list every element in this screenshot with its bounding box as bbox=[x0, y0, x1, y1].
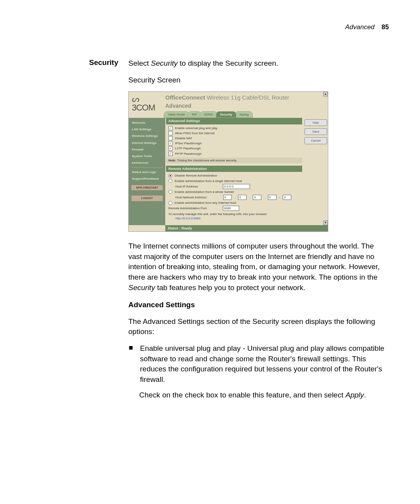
tab-row: Static Route RIP DDNS Security Syslog bbox=[164, 111, 328, 118]
followup-end: . bbox=[364, 391, 366, 399]
advanced-settings-subheading: Advanced Settings bbox=[128, 300, 389, 310]
host-ip-input[interactable]: 0.0.0.0 bbox=[223, 184, 250, 189]
header-page-number: 85 bbox=[382, 23, 389, 31]
row-l2tp: ✓L2TP Passthrough bbox=[168, 146, 300, 151]
sidebar-item-support[interactable]: Support/Feedback bbox=[129, 175, 165, 182]
label-l2tp: L2TP Passthrough bbox=[175, 146, 201, 150]
row-single-host: Enable administration from a single Inte… bbox=[168, 178, 300, 184]
title-area: OfficeConnect Wireless 11g Cable/DSL Rou… bbox=[165, 92, 328, 118]
checkbox-pptp[interactable]: ✓ bbox=[168, 152, 173, 156]
apply-restart-button[interactable]: APPLY/RESTART bbox=[131, 185, 163, 191]
radio-single-host[interactable] bbox=[168, 179, 172, 183]
sidebar-item-status[interactable]: Status and Logs bbox=[129, 169, 165, 175]
tab-static-route[interactable]: Static Route bbox=[164, 111, 189, 118]
desc-before-em: The Internet connects millions of comput… bbox=[128, 242, 380, 281]
label-subnet: Enable administration from a whole Subne… bbox=[175, 190, 234, 194]
sidebar-divider bbox=[131, 167, 163, 168]
net-seg-5[interactable]: 0 bbox=[283, 195, 291, 200]
advanced-settings-header: Advanced Settings bbox=[166, 118, 302, 124]
port-label: Remote Administration Port: bbox=[168, 206, 220, 210]
intro-text-after: to display the Security screen. bbox=[178, 59, 278, 67]
remote-admin-body: Disable Remote Administration Enable adm… bbox=[166, 172, 302, 222]
sidebar-item-wireless[interactable]: Wireless Settings bbox=[129, 133, 165, 139]
net-seg-3[interactable]: 0 bbox=[253, 195, 261, 200]
checkbox-ipsec[interactable]: ✓ bbox=[168, 141, 173, 145]
remote-admin-panel: Remote Administration Disable Remote Adm… bbox=[166, 166, 302, 222]
main-panel-area: Advanced Settings ✓Enable universal plug… bbox=[165, 118, 328, 225]
sidebar-item-internet[interactable]: Internet Settings bbox=[129, 140, 165, 146]
product-title-rest: Wireless 11g Cable/DSL Router bbox=[205, 94, 289, 101]
label-ping: Allow PING from the Internet bbox=[175, 131, 215, 135]
label-any-host: Enable administration from any Internet … bbox=[175, 201, 236, 205]
scroll-up-icon[interactable]: ▲ bbox=[323, 92, 328, 96]
logo-swirl-icon: ᔕ bbox=[132, 93, 162, 103]
bullet-upnp: Enable universal plug and play - Univers… bbox=[129, 343, 389, 385]
radio-disable-remote[interactable] bbox=[168, 174, 172, 178]
screenshot-body: Welcome LAN Settings Wireless Settings I… bbox=[129, 118, 328, 225]
port-input[interactable]: 8080 bbox=[223, 206, 239, 211]
main-column: Select Security to display the Security … bbox=[128, 58, 389, 407]
bullet-list: Enable universal plug and play - Univers… bbox=[129, 343, 389, 385]
checkbox-l2tp[interactable]: ✓ bbox=[168, 146, 173, 150]
status-bar: Status : Ready bbox=[165, 225, 328, 232]
note-row: Note: Ticking the checkboxes will reduce… bbox=[166, 158, 302, 163]
intro-em: Security bbox=[151, 59, 178, 67]
tab-syslog[interactable]: Syslog bbox=[235, 111, 253, 118]
net-seg-4[interactable]: 0 bbox=[268, 195, 276, 200]
row-ping: Allow PING from the Internet bbox=[168, 131, 300, 136]
save-button[interactable]: Save bbox=[304, 128, 327, 135]
label-single-host: Enable administration from a single Inte… bbox=[175, 179, 242, 183]
row-upnp: ✓Enable universal plug and play bbox=[168, 126, 300, 131]
page: Advanced 85 Security Select Security to … bbox=[0, 0, 420, 430]
radio-any-host[interactable] bbox=[168, 201, 172, 205]
sidebar: Welcome LAN Settings Wireless Settings I… bbox=[129, 118, 165, 225]
sidebar-item-advanced[interactable]: Advanced bbox=[129, 159, 165, 166]
host-ip-row: Host IP Address: 0.0.0.0 bbox=[168, 184, 300, 189]
intro-text-before: Select bbox=[128, 59, 151, 67]
tab-rip[interactable]: RIP bbox=[188, 111, 201, 118]
advanced-intro: The Advanced Settings section of the Sec… bbox=[128, 317, 389, 337]
router-screenshot: ▲ ▼ ᔕ 3COM OfficeConnect Wireless 11g Ca… bbox=[128, 91, 328, 232]
logout-button[interactable]: LOGOUT bbox=[131, 195, 163, 201]
row-ipsec: ✓IPSec Passthrough bbox=[168, 141, 300, 146]
breadcrumb-section: Advanced bbox=[165, 102, 328, 110]
port-row: Remote Administration Port: 8080 bbox=[168, 205, 300, 211]
sidebar-item-lan[interactable]: LAN Settings bbox=[129, 126, 165, 133]
url-link[interactable]: http://0.0.0.0:8080 bbox=[168, 216, 300, 220]
host-ip-label: Host IP Address: bbox=[175, 184, 220, 189]
cancel-button[interactable]: Cancel bbox=[304, 137, 327, 144]
remote-admin-header: Remote Administration bbox=[166, 166, 302, 172]
running-header: Advanced 85 bbox=[31, 23, 389, 31]
intro-paragraph: Select Security to display the Security … bbox=[128, 58, 389, 69]
url-note: To remotely manage this unit, enter the … bbox=[168, 211, 300, 216]
advanced-settings-panel: Advanced Settings ✓Enable universal plug… bbox=[166, 118, 302, 163]
host-net-row: Host Network Address: 0. 0. 0. 0 - 0 bbox=[168, 194, 300, 200]
tab-security[interactable]: Security bbox=[216, 111, 237, 118]
figure-caption: Security Screen bbox=[128, 75, 389, 86]
label-pptp: PPTP Passthrough bbox=[175, 152, 201, 156]
scroll-down-icon[interactable]: ▼ bbox=[323, 220, 328, 225]
sidebar-item-firewall[interactable]: Firewall bbox=[129, 146, 165, 153]
description-paragraph: The Internet connects millions of comput… bbox=[128, 241, 389, 293]
help-button[interactable]: Help bbox=[304, 119, 327, 126]
desc-em: Security bbox=[128, 284, 155, 292]
sidebar-item-systemtools[interactable]: System Tools bbox=[129, 153, 165, 159]
label-nat: Disable NAT bbox=[175, 136, 192, 140]
tab-ddns[interactable]: DDNS bbox=[200, 111, 217, 118]
desc-after-em: tab features help you to protect your ne… bbox=[155, 284, 306, 292]
checkbox-upnp[interactable]: ✓ bbox=[168, 126, 173, 130]
checkbox-nat[interactable] bbox=[168, 136, 173, 140]
row-disable-remote: Disable Remote Administration bbox=[168, 173, 300, 178]
checkbox-ping[interactable] bbox=[168, 131, 173, 135]
label-ipsec: IPSec Passthrough bbox=[175, 141, 201, 145]
label-upnp: Enable universal plug and play bbox=[175, 126, 217, 130]
note-text: Ticking the checkboxes will reduce secur… bbox=[176, 159, 236, 162]
net-seg-1[interactable]: 0 bbox=[223, 195, 232, 200]
bullet-upnp-text: Enable universal plug and play - Univers… bbox=[140, 344, 384, 383]
net-seg-2[interactable]: 0 bbox=[238, 195, 247, 200]
main-panels: Advanced Settings ✓Enable universal plug… bbox=[166, 118, 302, 224]
note-label: Note: bbox=[168, 159, 176, 162]
radio-subnet[interactable] bbox=[168, 190, 172, 194]
sidebar-item-welcome[interactable]: Welcome bbox=[129, 119, 165, 126]
label-disable-remote: Disable Remote Administration bbox=[175, 173, 217, 178]
